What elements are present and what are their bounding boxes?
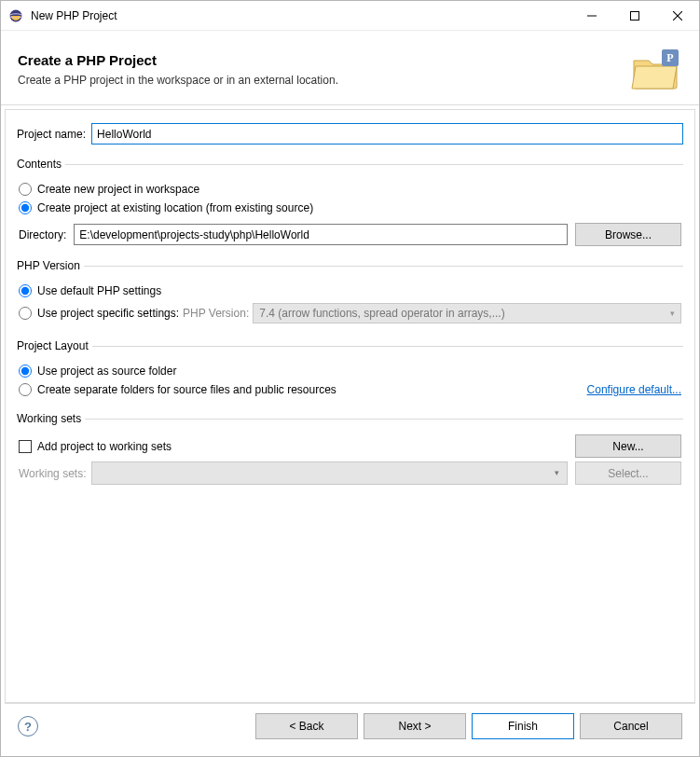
content-area: Project name: Contents Create new projec… (5, 109, 695, 703)
titlebar: New PHP Project (1, 1, 699, 31)
finish-button[interactable]: Finish (472, 713, 574, 739)
add-to-working-sets-checkbox[interactable] (19, 440, 32, 453)
working-sets-legend: Working sets (17, 412, 85, 425)
directory-input[interactable] (74, 224, 568, 245)
eclipse-icon (8, 8, 23, 23)
radio-new-workspace-label: Create new project in workspace (37, 183, 199, 196)
php-version-combo: 7.4 (arrow functions, spread operator in… (253, 303, 681, 323)
minimize-button[interactable] (570, 1, 613, 30)
cancel-button[interactable]: Cancel (580, 713, 682, 739)
radio-specific-php[interactable] (19, 307, 32, 320)
radio-existing-location[interactable] (19, 201, 32, 214)
radio-default-php-label: Use default PHP settings (37, 284, 161, 297)
contents-legend: Contents (17, 158, 65, 171)
page-subtitle: Create a PHP project in the workspace or… (18, 74, 621, 87)
header-panel: Create a PHP Project Create a PHP projec… (1, 31, 699, 105)
select-working-set-button: Select... (575, 461, 681, 485)
php-version-legend: PHP Version (17, 259, 84, 272)
help-icon[interactable]: ? (18, 716, 38, 736)
contents-group: Contents Create new project in workspace… (17, 158, 683, 252)
project-name-input[interactable] (91, 123, 683, 145)
configure-default-link[interactable]: Configure default... (587, 383, 681, 396)
close-button[interactable] (656, 1, 699, 30)
maximize-button[interactable] (613, 1, 656, 30)
php-version-group: PHP Version Use default PHP settings Use… (17, 259, 683, 332)
window-title: New PHP Project (31, 9, 570, 22)
php-version-combo-label: PHP Version: (183, 307, 249, 320)
add-to-working-sets-label: Add project to working sets (37, 440, 172, 453)
new-working-set-button[interactable]: New... (575, 434, 681, 458)
svg-rect-3 (631, 11, 639, 20)
radio-new-workspace[interactable] (19, 183, 32, 196)
radio-specific-php-label: Use project specific settings: (37, 307, 179, 320)
svg-text:P: P (666, 51, 673, 64)
project-name-row: Project name: (17, 123, 683, 145)
project-layout-group: Project Layout Use project as source fol… (17, 339, 683, 405)
radio-project-source[interactable] (19, 365, 32, 378)
radio-separate-folders[interactable] (19, 383, 32, 396)
page-title: Create a PHP Project (18, 52, 621, 68)
directory-label: Directory: (19, 228, 66, 241)
php-version-combo-value: 7.4 (arrow functions, spread operator in… (259, 307, 504, 320)
working-sets-combo: ▾ (91, 461, 568, 485)
next-button[interactable]: Next > (364, 713, 466, 739)
working-sets-group: Working sets Add project to working sets… (17, 412, 683, 490)
project-name-label: Project name: (17, 128, 86, 141)
browse-button[interactable]: Browse... (575, 223, 681, 246)
footer: ? < Back Next > Finish Cancel (5, 703, 695, 752)
php-folder-icon: P (630, 48, 682, 92)
radio-default-php[interactable] (19, 284, 32, 297)
window-controls (570, 1, 699, 30)
working-sets-combo-label: Working sets: (19, 467, 86, 480)
project-layout-legend: Project Layout (17, 339, 92, 352)
radio-existing-location-label: Create project at existing location (fro… (37, 201, 313, 214)
radio-project-source-label: Use project as source folder (37, 365, 176, 378)
chevron-down-icon: ▾ (555, 468, 559, 477)
chevron-down-icon: ▾ (670, 309, 675, 318)
radio-separate-folders-label: Create separate folders for source files… (37, 383, 336, 396)
back-button[interactable]: < Back (255, 713, 358, 739)
dialog-window: New PHP Project Create a PHP Project Cre… (0, 0, 700, 757)
